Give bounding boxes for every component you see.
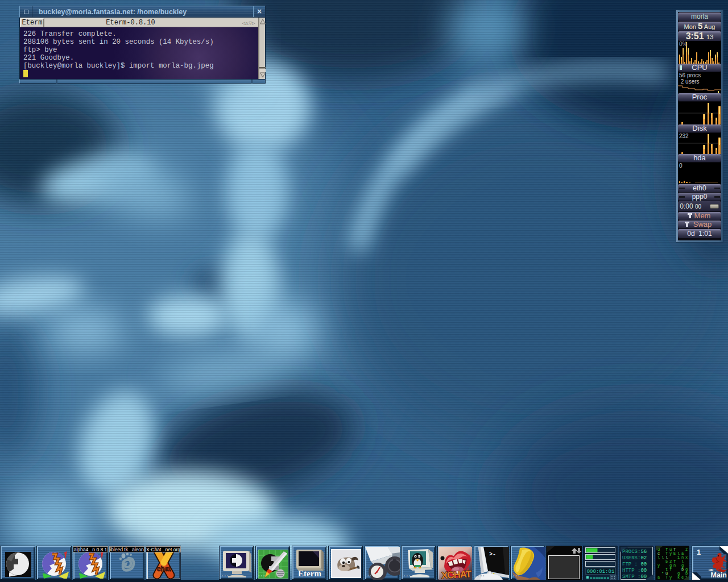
svg-text:000:01:01: 000:01:01 xyxy=(587,569,615,575)
svg-text:1: 1 xyxy=(697,548,701,556)
svg-text:FTP : 00: FTP : 00 xyxy=(622,562,647,567)
svg-text:SMTP :00: SMTP :00 xyxy=(622,574,647,580)
svg-text:f: f xyxy=(669,567,672,572)
svg-text:x: x xyxy=(685,555,688,560)
svg-text:5: 5 xyxy=(665,559,668,564)
svg-text:1: 1 xyxy=(677,555,680,560)
svg-text:b: b xyxy=(681,567,684,572)
svg-text:y: y xyxy=(657,563,660,568)
svg-text:HTTP :00: HTTP :00 xyxy=(622,568,647,573)
svg-text:T: T xyxy=(665,575,668,580)
svg-text:Main: Main xyxy=(711,571,727,579)
svg-text:y: y xyxy=(669,575,672,580)
svg-text:e: e xyxy=(681,575,684,580)
svg-text:l: l xyxy=(657,555,660,560)
svg-text:PROCS:56: PROCS:56 xyxy=(622,549,647,555)
svg-text:k: k xyxy=(677,575,680,580)
svg-text:l: l xyxy=(661,555,664,560)
svg-text:>-: >- xyxy=(489,551,496,558)
svg-text:*: * xyxy=(661,571,664,576)
svg-text:z: z xyxy=(685,547,688,552)
svg-text:n: n xyxy=(673,563,676,568)
svg-text:y: y xyxy=(669,551,672,556)
svg-text:a: a xyxy=(657,575,660,580)
svg-text:E: E xyxy=(673,551,676,556)
svg-text:USERS:02: USERS:02 xyxy=(622,555,647,561)
svg-text:XCHAT: XCHAT xyxy=(441,569,472,580)
svg-text:chat: chat xyxy=(157,565,171,573)
